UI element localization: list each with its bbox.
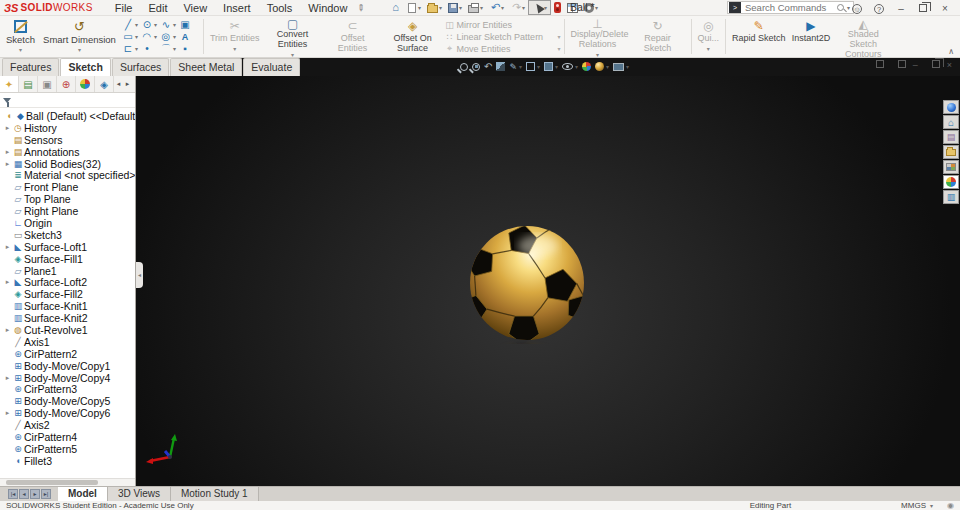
slot-tool-button[interactable]: ⊏▾ [122, 43, 141, 54]
pin-icon[interactable]: ✎ [355, 1, 367, 13]
tree-item-plane1[interactable]: ▱Plane1 [0, 265, 135, 277]
menu-tools[interactable]: Tools [259, 2, 301, 14]
panel-tab-cam-manager[interactable]: ◈ [95, 76, 114, 92]
menu-file[interactable]: File [107, 2, 141, 14]
tree-item-axis2[interactable]: ╱Axis2 [0, 419, 135, 431]
panel-tab-propertymanager[interactable]: ▤ [19, 76, 38, 92]
undo-dropdown-icon[interactable]: ▾ [501, 4, 504, 11]
panel-tab-featuremanager-tree[interactable]: ✦ [0, 76, 19, 92]
toolbox-button[interactable] [551, 0, 564, 15]
arc-tool-button[interactable]: ◠▾ [141, 31, 160, 42]
sketch-button[interactable]: Sketch▾ [2, 16, 39, 57]
rectangle-tool-button[interactable]: ▭▾ [122, 31, 141, 42]
new-document-button[interactable]: ▾ [404, 0, 424, 15]
tree-item-body-move-copy1[interactable]: ⊞Body-Move/Copy1 [0, 360, 135, 372]
sketch-dropdown-icon[interactable]: ▾ [19, 46, 22, 53]
annotation-views-button[interactable]: ✎▾ [509, 62, 522, 72]
tree-item-solid-bodies-32-[interactable]: ▸▦Solid Bodies(32) [0, 158, 135, 170]
edit-appearance-button[interactable] [582, 62, 591, 71]
tree-item-surface-knit1[interactable]: ▥Surface-Knit1 [0, 300, 135, 312]
print-dropdown-icon[interactable]: ▾ [480, 4, 483, 11]
spline-dropdown-icon[interactable]: ▾ [173, 21, 176, 28]
panel-tab-configurationmanager[interactable]: ▣ [38, 76, 57, 92]
section-view-button[interactable] [496, 62, 505, 71]
units-selector[interactable]: MMGS [901, 501, 926, 510]
file-explorer-button[interactable] [943, 145, 959, 159]
circle-dropdown-icon[interactable]: ▾ [154, 21, 157, 28]
user-account-button[interactable]: ☺ [846, 3, 868, 14]
tree-item-right-plane[interactable]: ▱Right Plane [0, 205, 135, 217]
view-orientation-dropdown-icon[interactable]: ▾ [537, 63, 540, 70]
tree-item-history[interactable]: ▸◷History [0, 122, 135, 134]
convert-button[interactable]: ▢Convert Entities▾ [263, 16, 323, 57]
previous-view-button[interactable]: ↶ [484, 62, 492, 72]
hide-show-items-button[interactable]: ▾ [562, 63, 578, 70]
slot-dropdown-icon[interactable]: ▾ [135, 45, 138, 52]
tree-item-material-not-specified-[interactable]: ≣Material <not specified> [0, 169, 135, 181]
expand-icon[interactable]: ▸ [3, 124, 12, 132]
tree-item-surface-loft2[interactable]: ▸◣Surface-Loft2 [0, 276, 135, 288]
zoom-to-area-button[interactable] [472, 63, 480, 71]
panel-tab-displaymanager[interactable] [76, 76, 95, 92]
rapid-sketch-button[interactable]: ✎Rapid Sketch [729, 16, 789, 57]
display-style-button[interactable]: ▾ [544, 62, 558, 71]
tab-features[interactable]: Features [2, 58, 59, 76]
panel-tab-dimxpertmanager[interactable]: ⊕ [57, 76, 76, 92]
tree-item-surface-loft1[interactable]: ▸◣Surface-Loft1 [0, 241, 135, 253]
tree-item-body-move-copy4[interactable]: ▸⊞Body-Move/Copy4 [0, 372, 135, 384]
circle-tool-button[interactable]: ⊙▾ [141, 19, 160, 30]
apply-scene-dropdown-icon[interactable]: ▾ [606, 63, 609, 70]
apply-scene-button[interactable]: ▾ [595, 62, 609, 71]
sketch-fillet-tool-button[interactable]: ⌒▾ [160, 42, 179, 56]
spline-tool-button[interactable]: ∿▾ [160, 19, 179, 30]
units-dropdown-icon[interactable]: ▾ [930, 502, 933, 509]
open-dropdown-icon[interactable]: ▾ [439, 4, 442, 11]
ellipse-dropdown-icon[interactable]: ▾ [173, 33, 176, 40]
restore-button[interactable] [912, 3, 934, 14]
new-document-dropdown-icon[interactable]: ▾ [418, 4, 421, 11]
menu-view[interactable]: View [175, 2, 215, 14]
tree-item-cirpattern2[interactable]: ⊛CirPattern2 [0, 348, 135, 360]
tree-horizontal-scrollbar[interactable] [0, 478, 135, 486]
redo-button[interactable]: ▾ [507, 0, 528, 15]
design-library-button[interactable] [943, 130, 959, 144]
tree-item-fillet3[interactable]: ◖Fillet3 [0, 455, 135, 467]
display-style-dropdown-icon[interactable]: ▾ [555, 63, 558, 70]
tree-item-body-move-copy6[interactable]: ▸⊞Body-Move/Copy6 [0, 407, 135, 419]
menu-window[interactable]: Window [300, 2, 355, 14]
tree-item-cut-revolve1[interactable]: ▸◍Cut-Revolve1 [0, 324, 135, 336]
tree-item-cirpattern4[interactable]: ⊛CirPattern4 [0, 431, 135, 443]
appearances-scenes-button[interactable] [943, 175, 959, 189]
select-cursor-button[interactable]: ▾ [528, 0, 551, 15]
doc-cascade-icon[interactable] [891, 60, 906, 70]
graphics-viewport[interactable]: ◂ [136, 76, 960, 486]
tree-item-cirpattern3[interactable]: ⊛CirPattern3 [0, 383, 135, 395]
redo-dropdown-icon[interactable]: ▾ [522, 4, 525, 11]
tab-surfaces[interactable]: Surfaces [112, 58, 169, 76]
tree-item-sketch3[interactable]: ▭Sketch3 [0, 229, 135, 241]
doc-tile-icon[interactable] [869, 60, 884, 70]
next-tab-icon[interactable]: ▸ [30, 489, 40, 499]
panel-splitter-handle[interactable]: ◂ [136, 262, 143, 288]
3dexperience-button[interactable] [943, 100, 959, 114]
save-dropdown-icon[interactable]: ▾ [459, 4, 462, 11]
rectangle-dropdown-icon[interactable]: ▾ [135, 33, 138, 40]
undo-button[interactable]: ▾ [486, 0, 507, 15]
home-button[interactable] [387, 0, 404, 15]
doc-close-button[interactable]: × [947, 60, 952, 70]
tree-root-item[interactable]: ◖◆Ball (Default) <<Default>_Dis [0, 110, 135, 122]
tree-item-front-plane[interactable]: ▱Front Plane [0, 181, 135, 193]
options-gear-dropdown-icon[interactable]: ▾ [595, 4, 598, 11]
menu-edit[interactable]: Edit [140, 2, 175, 14]
smart-dimension-dropdown-icon[interactable]: ▾ [78, 46, 81, 53]
expand-icon[interactable]: ▸ [3, 243, 12, 251]
search-icon[interactable] [837, 4, 844, 11]
help-button[interactable]: ? [868, 3, 890, 14]
view-orientation-button[interactable]: ▾ [526, 62, 540, 71]
tree-item-surface-fill1[interactable]: ◈Surface-Fill1 [0, 253, 135, 265]
line-tool-button[interactable]: ╱▾ [122, 19, 141, 30]
tree-item-annotations[interactable]: ▸▤Annotations [0, 146, 135, 158]
view-palette-button[interactable] [943, 160, 959, 174]
panel-tab-scroll-right[interactable]: ▸ [123, 76, 132, 92]
expand-icon[interactable]: ▸ [3, 148, 12, 156]
